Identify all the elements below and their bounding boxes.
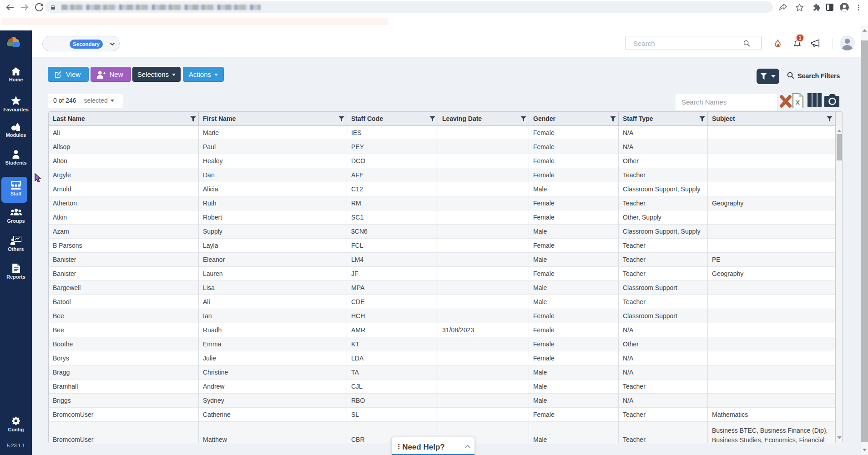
svg-text:x: x <box>796 98 800 106</box>
